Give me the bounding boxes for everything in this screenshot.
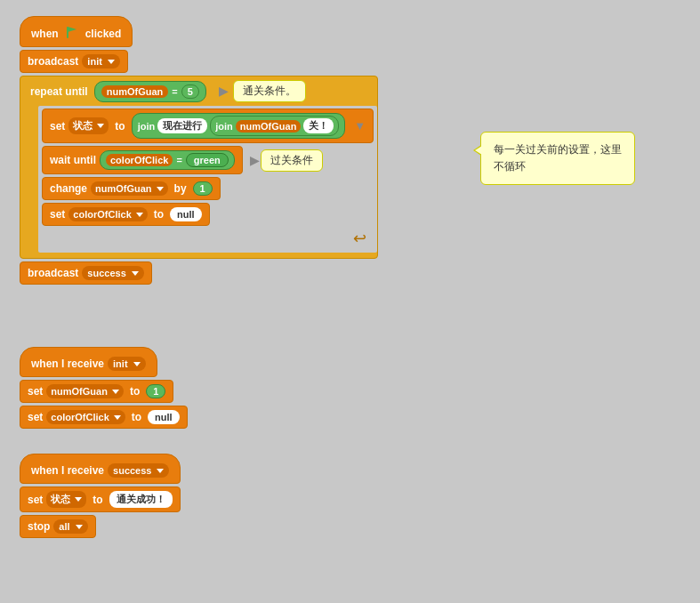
success2-arrow-icon <box>157 469 164 473</box>
success-dropdown[interactable]: success <box>82 266 143 280</box>
colorOfClick3-dropdown[interactable]: colorOfClick <box>46 410 125 424</box>
broadcast-label: broadcast <box>28 55 78 68</box>
set-colorofclick2-label: set <box>28 411 43 423</box>
now-playing-val: 现在进行 <box>157 118 207 133</box>
numOfGuan3-dropdown[interactable]: numOfGuan <box>46 384 124 398</box>
to5-label: to <box>93 494 102 506</box>
set-label: set <box>50 120 65 133</box>
to4-label: to <box>132 411 141 423</box>
group-main: when clicked broadcast init <box>20 16 378 285</box>
broadcast-success-label: broadcast <box>28 267 78 279</box>
to2-label: to <box>154 208 164 221</box>
win-text-val: 通关成功！ <box>109 491 173 508</box>
color-equals-green: colorOfClick = green <box>100 150 235 170</box>
by-val: 1 <box>193 181 213 196</box>
numOfGuan-reporter: numOfGuan <box>101 85 169 98</box>
wait-until-label: wait until <box>50 154 96 166</box>
numofguan3-arrow-icon <box>112 390 119 394</box>
numOfGuan-equals-5: numOfGuan = 5 <box>94 81 206 102</box>
when-receive-init-label: when I receive <box>31 358 104 370</box>
pass-level-comment: 过关条件 <box>261 149 323 172</box>
scratch-area: when clicked broadcast init <box>0 0 700 603</box>
join-outer: join 现在进行 join numOfGuan 关！ <box>132 113 346 139</box>
svg-marker-0 <box>68 27 76 32</box>
colorOfClick2-dropdown[interactable]: colorOfClick <box>68 207 147 221</box>
set-colorofclick-block[interactable]: set colorOfClick to null <box>42 203 374 226</box>
broadcast-init-block[interactable]: broadcast init <box>20 50 378 73</box>
guan-char-val: 关！ <box>303 118 334 133</box>
init2-dropdown[interactable]: init <box>108 357 146 371</box>
wait-until-block[interactable]: wait until colorOfClick = green ▶ 过关条件 <box>42 146 374 174</box>
state-arrow-icon <box>97 124 104 128</box>
change-label: change <box>50 182 87 195</box>
stop-block[interactable]: stop all <box>20 515 181 538</box>
when-receive-success-block[interactable]: when I receive success <box>20 454 181 484</box>
all-dropdown[interactable]: all <box>53 519 87 534</box>
comment-bubble: 每一关过关前的设置，这里 不循环 <box>480 132 635 185</box>
numOfGuan-change-dropdown[interactable]: numOfGuan <box>91 181 168 196</box>
by-label: by <box>174 182 187 195</box>
change-arrow-icon <box>157 187 164 191</box>
green-value: green <box>186 153 229 167</box>
set2-label: set <box>50 208 65 221</box>
five-badge: 5 <box>181 84 199 99</box>
null-val: null <box>170 207 202 221</box>
init2-arrow-icon <box>133 362 141 366</box>
repeat-until-label: repeat until <box>30 85 88 98</box>
change-block[interactable]: change numOfGuan by 1 <box>42 177 374 200</box>
to3-label: to <box>130 385 140 398</box>
state-var-dropdown[interactable]: 状态 <box>68 117 109 134</box>
set-state2-label: set <box>28 494 43 506</box>
pass-condition-comment: 通关条件。 <box>233 80 306 102</box>
when-clicked-block[interactable]: when clicked <box>20 16 378 47</box>
success-arrow-icon <box>132 271 139 276</box>
val-1: 1 <box>146 384 165 398</box>
stop-label: stop <box>28 520 50 533</box>
set-state2-block[interactable]: set 状态 to 通关成功！ <box>20 486 181 512</box>
group-receive-init: when I receive init set numOfGuan to 1 <box>20 347 188 429</box>
colorofclick-arrow-icon <box>136 213 143 217</box>
to-label-1: to <box>115 120 125 133</box>
set-numofguan-label: set <box>28 385 43 398</box>
numOfGuan-reporter2: numOfGuan <box>236 120 302 133</box>
loop-arrow: ↩ <box>42 229 374 250</box>
colorOfClick-reporter: colorOfClick <box>106 154 173 166</box>
repeat-until-block[interactable]: repeat until numOfGuan = 5 ▶ 通关条件。 set <box>20 76 378 259</box>
when-receive-success-label: when I receive <box>31 464 104 477</box>
all-arrow-icon <box>76 525 83 529</box>
set-colorofclick2-block[interactable]: set colorOfClick to null <box>20 406 188 429</box>
state2-var-dropdown[interactable]: 状态 <box>46 491 86 508</box>
comment-text: 每一关过关前的设置，这里 不循环 <box>494 141 622 175</box>
clicked-label: clicked <box>85 28 122 40</box>
join-inner: join numOfGuan 关！ <box>210 116 339 136</box>
when-label: when <box>31 28 59 40</box>
init-dropdown[interactable]: init <box>82 54 120 68</box>
null2-val: null <box>148 410 180 424</box>
set-numofguan-block[interactable]: set numOfGuan to 1 <box>20 380 188 403</box>
broadcast-success-block[interactable]: broadcast success <box>20 261 378 285</box>
group-receive-success: when I receive success set 状态 to 通关成功！ <box>20 454 181 538</box>
success2-dropdown[interactable]: success <box>108 463 169 478</box>
set-state-block[interactable]: set 状态 to join 现在进行 join <box>42 109 374 143</box>
svg-rect-1 <box>67 27 68 38</box>
state2-arrow-icon <box>75 497 82 502</box>
when-receive-init-block[interactable]: when I receive init <box>20 347 188 377</box>
dropdown-arrow-icon <box>108 60 115 64</box>
colorofclick3-arrow-icon <box>114 415 121 420</box>
flag-icon <box>66 26 78 41</box>
